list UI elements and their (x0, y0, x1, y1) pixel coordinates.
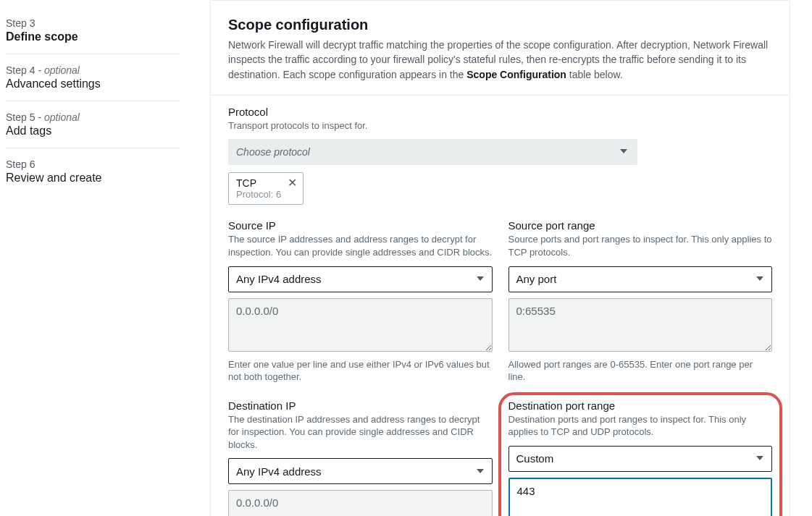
svg-marker-0 (620, 149, 627, 153)
step-header: Step 6 (6, 158, 180, 170)
chevron-down-icon (619, 146, 628, 158)
step-title: Advanced settings (6, 77, 180, 90)
destination-ip-field: Destination IP The destination IP addres… (228, 399, 493, 516)
step-header: Step 5 - optional (6, 111, 180, 123)
destination-port-dropdown[interactable]: Custom (508, 446, 773, 472)
source-port-selected: Any port (516, 273, 557, 285)
svg-marker-2 (756, 276, 763, 281)
source-ip-selected: Any IPv4 address (236, 273, 322, 285)
step-header: Step 3 (6, 17, 180, 29)
source-ip-note: Enter one value per line and use either … (228, 358, 493, 384)
step-5[interactable]: Step 5 - optional Add tags (6, 111, 180, 148)
destination-ip-label: Destination IP (228, 399, 493, 412)
source-ip-help: The source IP addresses and address rang… (228, 233, 493, 258)
protocol-label: Protocol (228, 106, 772, 118)
source-port-dropdown[interactable]: Any port (508, 266, 773, 292)
step-title: Define scope (6, 30, 180, 43)
step-number: Step 5 (6, 111, 35, 123)
panel-header: Scope configuration Network Firewall wil… (211, 1, 790, 96)
step-number: Step 4 (6, 64, 35, 76)
protocol-field: Protocol Transport protocols to inspect … (228, 106, 772, 206)
panel-title: Scope configuration (228, 17, 772, 33)
svg-marker-3 (477, 469, 484, 473)
source-port-field: Source port range Source ports and port … (508, 219, 773, 383)
protocol-help: Transport protocols to inspect for. (228, 119, 772, 132)
destination-ip-selected: Any IPv4 address (236, 465, 322, 478)
protocol-tag-title: TCP (236, 177, 281, 189)
protocol-dropdown[interactable]: Choose protocol (228, 139, 637, 165)
remove-tag-icon[interactable]: ✕ (288, 177, 297, 189)
panel-description: Network Firewall will decrypt traffic ma… (228, 38, 772, 82)
chevron-down-icon (756, 452, 764, 465)
protocol-tag-tcp: TCP Protocol: 6 ✕ (228, 172, 304, 205)
svg-marker-1 (477, 276, 484, 281)
step-title: Review and create (6, 172, 180, 185)
destination-port-textarea[interactable] (508, 478, 773, 516)
chevron-down-icon (756, 273, 764, 285)
svg-marker-4 (756, 456, 763, 460)
source-ip-field: Source IP The source IP addresses and ad… (228, 219, 493, 383)
main-content: Scope configuration Network Firewall wil… (196, 0, 812, 516)
wizard-sidebar: Step 3 Define scope Step 4 - optional Ad… (0, 0, 196, 516)
step-6[interactable]: Step 6 Review and create (6, 158, 180, 195)
source-port-label: Source port range (508, 219, 773, 232)
destination-ip-textarea[interactable] (228, 490, 493, 516)
step-title: Add tags (6, 124, 180, 138)
step-header: Step 4 - optional (6, 64, 180, 76)
step-3[interactable]: Step 3 Define scope (6, 17, 180, 54)
scope-configuration-panel: Scope configuration Network Firewall wil… (210, 0, 790, 516)
source-port-help: Source ports and port ranges to inspect … (508, 233, 773, 258)
step-4[interactable]: Step 4 - optional Advanced settings (6, 64, 180, 101)
source-ip-textarea[interactable] (228, 298, 493, 352)
protocol-tag-sub: Protocol: 6 (236, 189, 281, 200)
protocol-placeholder: Choose protocol (236, 146, 310, 158)
destination-ip-dropdown[interactable]: Any IPv4 address (228, 458, 493, 484)
destination-port-selected: Custom (516, 452, 554, 465)
destination-port-label: Destination port range (508, 399, 773, 412)
destination-port-help: Destination ports and port ranges to ins… (508, 413, 773, 439)
optional-label: optional (44, 64, 80, 76)
source-ip-label: Source IP (228, 219, 493, 232)
source-ip-dropdown[interactable]: Any IPv4 address (228, 266, 493, 292)
chevron-down-icon (476, 273, 485, 285)
source-port-textarea[interactable] (508, 298, 773, 352)
source-port-note: Allowed port ranges are 0-65535. Enter o… (508, 358, 773, 384)
destination-port-field: Destination port range Destination ports… (508, 399, 773, 516)
optional-label: optional (44, 111, 80, 123)
destination-ip-help: The destination IP addresses and address… (228, 413, 493, 452)
chevron-down-icon (476, 465, 485, 478)
